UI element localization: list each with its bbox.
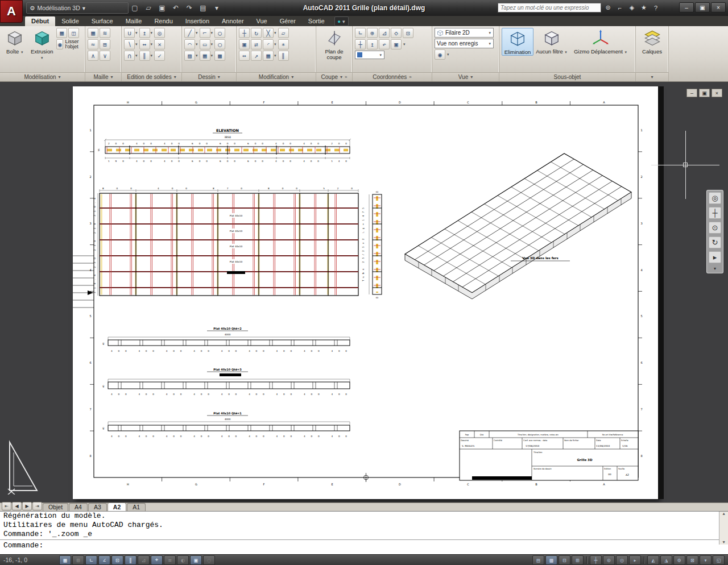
zoom-icon[interactable]: ⊙ bbox=[709, 222, 721, 234]
tab-surface[interactable]: Surface bbox=[85, 16, 119, 26]
tab-annoter[interactable]: Annoter bbox=[216, 16, 250, 26]
intersect-icon[interactable]: ∩ bbox=[124, 51, 135, 61]
command-scrollbar[interactable]: ▲ ▼ bbox=[719, 512, 728, 545]
ucs-origin-icon[interactable]: ┼ bbox=[355, 39, 366, 49]
subobject-filter-button[interactable]: Aucun filtre ▾ bbox=[535, 28, 568, 55]
layout-tab-a3[interactable]: A3 bbox=[88, 503, 107, 511]
move-icon[interactable]: ┼ bbox=[239, 28, 250, 38]
box-button[interactable]: Boîte ▾ bbox=[2, 28, 27, 55]
save-button[interactable]: ▣ bbox=[156, 2, 168, 14]
quick-properties-toggle[interactable]: ▣ bbox=[190, 555, 202, 565]
separate-solid-icon[interactable]: ◎ bbox=[154, 28, 165, 38]
panel-label-edition[interactable]: Edition de solides▾ bbox=[122, 72, 181, 81]
model-space-button[interactable]: ▤ bbox=[532, 555, 544, 565]
undo-button[interactable]: ↶ bbox=[169, 2, 182, 14]
circle-icon[interactable]: ○ bbox=[214, 28, 225, 38]
camera-icon[interactable]: ◉ bbox=[435, 49, 445, 60]
qat-customize-button[interactable]: ▾ bbox=[210, 2, 223, 14]
dropdown-icon[interactable]: ▾ bbox=[210, 53, 214, 58]
ucs-face-icon[interactable]: ◇ bbox=[391, 28, 402, 38]
dropdown-icon[interactable]: ▾ bbox=[150, 42, 154, 47]
panel-label-modification[interactable]: Modification▾ bbox=[237, 72, 316, 81]
hatch-icon[interactable]: ▨ bbox=[184, 51, 195, 61]
add-crease-icon[interactable]: ∧ bbox=[88, 51, 98, 61]
polar-toggle[interactable]: ∠ bbox=[98, 555, 110, 565]
panel-label-coordonnees[interactable]: Coordonnées» bbox=[353, 72, 432, 81]
dropdown-icon[interactable]: ▾ bbox=[150, 31, 154, 35]
minimize-button[interactable]: – bbox=[679, 2, 694, 13]
layout-space-button[interactable]: ▥ bbox=[545, 555, 557, 565]
dropdown-icon[interactable]: ▾ bbox=[274, 31, 277, 35]
orbit-icon[interactable]: ↻ bbox=[709, 236, 721, 248]
tab-solide[interactable]: Solide bbox=[55, 16, 85, 26]
trim-icon[interactable]: ╳ bbox=[263, 28, 274, 38]
drawing-canvas[interactable]: H G F E D C B A H G F E D C B A 1 bbox=[73, 86, 658, 499]
extrusion-button[interactable]: Extrusion ▾ bbox=[29, 28, 54, 60]
command-input[interactable]: Commande: bbox=[0, 541, 728, 550]
workspace-switch-button[interactable]: ⚙ bbox=[673, 555, 685, 565]
scroll-down-icon[interactable]: ▼ bbox=[722, 540, 725, 545]
arc-icon[interactable]: ◠ bbox=[184, 39, 195, 49]
ucs-previous-icon[interactable]: ↶ bbox=[379, 39, 390, 49]
move-faces-icon[interactable]: ↔ bbox=[139, 39, 150, 49]
region-icon[interactable]: ▩ bbox=[214, 51, 225, 61]
dropdown-icon[interactable]: ▾ bbox=[150, 53, 154, 58]
line-icon[interactable]: ╱ bbox=[184, 28, 195, 38]
redo-button[interactable]: ↷ bbox=[183, 2, 196, 14]
communication-center-icon[interactable]: ◈ bbox=[627, 3, 637, 13]
union-icon[interactable]: ∪ bbox=[124, 28, 135, 38]
transparency-toggle[interactable]: ◐ bbox=[177, 555, 189, 565]
visual-style-combo[interactable]: Filaire 2D ▾ bbox=[435, 28, 494, 38]
panel-label-modelisation[interactable]: Modélisation▾ bbox=[0, 72, 85, 81]
scale-icon[interactable]: ↗ bbox=[251, 51, 262, 61]
status-menu-button[interactable]: ▾ bbox=[700, 555, 712, 565]
ducs-toggle[interactable]: ⊿ bbox=[138, 555, 150, 565]
clean-screen-button[interactable]: ◱ bbox=[713, 555, 725, 565]
tab-rendu[interactable]: Rendu bbox=[148, 16, 179, 26]
panel-label-dessin[interactable]: Dessin▾ bbox=[182, 72, 236, 81]
new-file-button[interactable]: ▢ bbox=[129, 2, 141, 14]
dropdown-icon[interactable]: ▾ bbox=[274, 53, 277, 58]
osnap-toggle[interactable]: ⊡ bbox=[111, 555, 123, 565]
help-icon[interactable]: ? bbox=[651, 3, 661, 13]
planar-surface-icon[interactable]: ▦ bbox=[56, 28, 67, 38]
plot-button[interactable]: ▤ bbox=[197, 2, 209, 14]
ucs-world-icon[interactable]: ⊕ bbox=[367, 28, 378, 38]
smooth-more-icon[interactable]: ≋ bbox=[100, 28, 110, 38]
erase-icon[interactable]: ▱ bbox=[278, 28, 289, 38]
pan-icon[interactable]: ┼ bbox=[709, 207, 721, 219]
delete-faces-icon[interactable]: × bbox=[154, 39, 165, 49]
dropdown-icon[interactable]: ▾ bbox=[446, 52, 450, 57]
last-tab-button[interactable]: ⇥ bbox=[32, 502, 42, 510]
showmotion-icon[interactable]: ▸ bbox=[709, 251, 721, 263]
smooth-object-button[interactable]: ◉ Lisser l'objet bbox=[56, 39, 82, 49]
panel-label-calques[interactable]: ▾ bbox=[636, 72, 668, 81]
ucs-zaxis-icon[interactable]: ↥ bbox=[367, 39, 378, 49]
tab-vue[interactable]: Vue bbox=[250, 16, 274, 26]
zoom-button[interactable]: ⊙ bbox=[603, 555, 615, 565]
search-icon[interactable]: ⊚ bbox=[603, 3, 613, 13]
ucs-combo[interactable]: ▾ bbox=[355, 51, 384, 59]
pan-button[interactable]: ┼ bbox=[590, 555, 602, 565]
layout-tab-objet[interactable]: Objet bbox=[43, 503, 68, 511]
layout-tab-a2[interactable]: A2 bbox=[107, 502, 126, 511]
open-file-button[interactable]: ▱ bbox=[142, 2, 155, 14]
paper-sheet[interactable]: H G F E D C B A H G F E D C B A 1 bbox=[73, 86, 658, 499]
showmotion-button[interactable]: ▸ bbox=[629, 555, 641, 565]
otrack-toggle[interactable]: ∥ bbox=[125, 555, 136, 565]
steering-wheel-button[interactable]: ◎ bbox=[616, 555, 628, 565]
panel-label-maille[interactable]: Maille▾ bbox=[85, 72, 121, 81]
gradient-icon[interactable]: ▦ bbox=[200, 51, 210, 61]
dropdown-icon[interactable]: ▾ bbox=[195, 31, 198, 35]
layout-tab-a4[interactable]: A4 bbox=[69, 503, 88, 511]
dropdown-icon[interactable]: ▾ bbox=[403, 42, 406, 47]
navbar-menu-icon[interactable]: ▾ bbox=[714, 266, 716, 271]
dropdown-icon[interactable]: ▾ bbox=[135, 53, 138, 58]
dropdown-icon[interactable]: ▾ bbox=[274, 42, 277, 47]
remove-crease-icon[interactable]: ∨ bbox=[100, 51, 110, 61]
ucs-named-icon[interactable]: ▣ bbox=[391, 39, 402, 49]
tab-debut[interactable]: Début bbox=[25, 16, 55, 26]
array-icon[interactable]: ▦ bbox=[263, 51, 274, 61]
check-interference-icon[interactable]: ✓ bbox=[154, 51, 165, 61]
dropdown-icon[interactable]: ▾ bbox=[210, 31, 214, 35]
